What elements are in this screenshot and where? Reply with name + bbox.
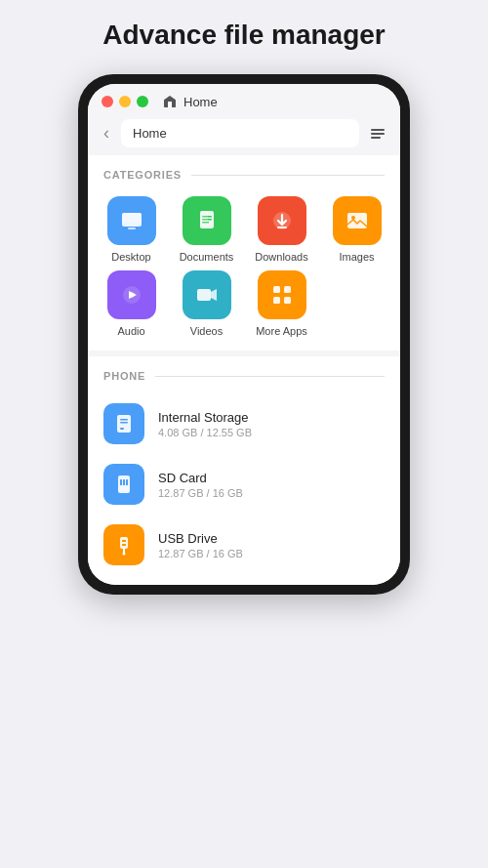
category-item-desktop[interactable]: Desktop — [98, 196, 165, 263]
images-icon — [333, 196, 382, 245]
phone-frame: Home ‹ CATEGORIES — [78, 74, 410, 595]
svg-rect-7 — [200, 211, 208, 228]
internal-storage-icon — [103, 403, 144, 444]
storage-item-internal[interactable]: Internal Storage 4.08 GB / 12.55 GB — [88, 393, 400, 454]
internal-storage-info: Internal Storage 4.08 GB / 12.55 GB — [158, 410, 385, 438]
storage-item-sdcard[interactable]: SD Card 12.87 GB / 16 GB — [88, 454, 400, 515]
title-bar: Home — [88, 84, 400, 115]
list-view-toggle[interactable] — [367, 125, 388, 143]
categories-label: CATEGORIES — [103, 169, 182, 181]
title-bar-content: Home — [162, 94, 218, 109]
svg-rect-15 — [273, 286, 280, 293]
desktop-icon — [107, 196, 156, 245]
svg-rect-21 — [120, 422, 128, 424]
svg-rect-17 — [273, 297, 280, 304]
categories-divider — [191, 175, 385, 176]
documents-icon — [183, 196, 231, 245]
internal-storage-name: Internal Storage — [158, 410, 385, 425]
category-item-audio[interactable]: Audio — [98, 270, 165, 337]
phone-screen: Home ‹ CATEGORIES — [88, 84, 400, 585]
category-item-more-apps[interactable]: More Apps — [248, 270, 315, 337]
svg-rect-22 — [120, 428, 124, 430]
documents-label: Documents — [180, 251, 234, 263]
content-area: CATEGORIES Desktop — [88, 155, 400, 585]
category-item-images[interactable]: Images — [323, 196, 390, 263]
svg-rect-28 — [118, 486, 130, 491]
svg-rect-31 — [122, 540, 126, 542]
phone-label: PHONE — [103, 370, 145, 382]
categories-header: CATEGORIES — [88, 155, 400, 188]
storage-list: Internal Storage 4.08 GB / 12.55 GB — [88, 390, 400, 585]
svg-rect-2 — [122, 213, 142, 223]
more-apps-label: More Apps — [256, 325, 307, 337]
usb-size: 12.87 GB / 16 GB — [158, 548, 385, 559]
home-icon — [162, 94, 178, 109]
downloads-label: Downloads — [255, 251, 307, 263]
svg-rect-25 — [120, 479, 122, 485]
traffic-light-orange[interactable] — [119, 96, 131, 107]
sdcard-info: SD Card 12.87 GB / 16 GB — [158, 471, 385, 499]
svg-rect-14 — [197, 289, 211, 301]
svg-rect-9 — [277, 227, 287, 228]
svg-point-30 — [123, 553, 126, 556]
audio-label: Audio — [117, 325, 144, 337]
svg-rect-19 — [117, 415, 131, 433]
traffic-light-green[interactable] — [137, 96, 148, 107]
svg-rect-20 — [120, 419, 128, 421]
internal-storage-size: 4.08 GB / 12.55 GB — [158, 427, 385, 438]
category-item-downloads[interactable]: Downloads — [248, 196, 315, 263]
more-apps-icon — [258, 270, 306, 319]
svg-rect-10 — [347, 213, 367, 228]
images-label: Images — [339, 251, 374, 263]
category-grid: Desktop Documents — [88, 188, 400, 351]
svg-point-13 — [129, 292, 135, 298]
storage-item-usb[interactable]: USB Drive 12.87 GB / 16 GB — [88, 515, 400, 575]
phone-header: PHONE — [88, 356, 400, 390]
videos-label: Videos — [190, 325, 223, 337]
address-bar-row: ‹ — [88, 115, 400, 155]
usb-info: USB Drive 12.87 GB / 16 GB — [158, 531, 385, 559]
category-item-videos[interactable]: Videos — [173, 270, 240, 337]
category-item-documents[interactable]: Documents — [173, 196, 240, 263]
audio-icon — [107, 270, 156, 319]
usb-icon — [103, 524, 144, 565]
videos-icon — [183, 270, 231, 319]
back-button[interactable]: ‹ — [100, 121, 113, 145]
titlebar-home-label: Home — [183, 95, 218, 109]
traffic-lights — [102, 96, 148, 107]
sdcard-name: SD Card — [158, 471, 385, 485]
traffic-light-red[interactable] — [102, 96, 113, 107]
sdcard-size: 12.87 GB / 16 GB — [158, 487, 385, 499]
page-title: Advance file manager — [102, 20, 385, 51]
svg-rect-26 — [123, 479, 125, 485]
svg-rect-27 — [126, 479, 128, 485]
svg-rect-29 — [120, 537, 128, 549]
svg-rect-32 — [122, 544, 126, 546]
address-input[interactable] — [121, 119, 359, 147]
desktop-label: Desktop — [111, 251, 150, 263]
svg-rect-18 — [284, 297, 291, 304]
svg-rect-16 — [284, 286, 291, 293]
phone-divider — [155, 376, 385, 377]
svg-rect-1 — [128, 227, 136, 229]
usb-name: USB Drive — [158, 531, 385, 546]
downloads-icon — [258, 196, 306, 245]
sdcard-icon — [103, 464, 144, 505]
